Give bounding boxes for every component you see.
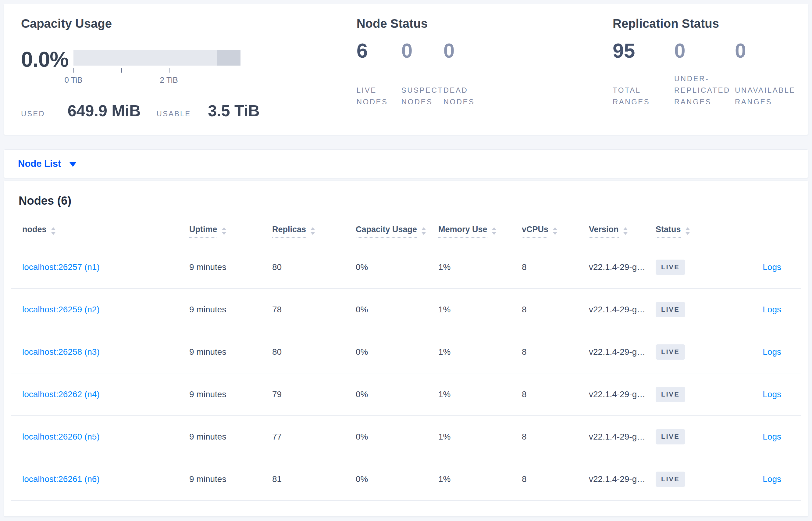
logs-link[interactable]: Logs xyxy=(763,389,781,399)
nodes-table: nodes Uptime Replicas Capacity Usage Mem… xyxy=(11,216,801,501)
column-header-replicas[interactable]: Replicas xyxy=(272,225,356,237)
status-badge: LIVE xyxy=(655,429,685,445)
replicas-cell: 80 xyxy=(272,347,356,357)
version-cell: v22.1.4-29-g… xyxy=(589,305,655,315)
version-cell: v22.1.4-29-g… xyxy=(589,432,655,442)
node-link[interactable]: localhost:26262 (n4) xyxy=(22,389,100,399)
capacity-bar: 0 TiB2 TiB xyxy=(73,50,240,85)
vcpus-cell: 8 xyxy=(522,474,589,484)
memory-use-cell: 1% xyxy=(438,262,522,272)
live-nodes-value: 6 xyxy=(357,41,401,61)
node-link[interactable]: localhost:26259 (n2) xyxy=(22,305,100,314)
column-header-uptime[interactable]: Uptime xyxy=(189,225,272,237)
column-header-status[interactable]: Status xyxy=(655,225,717,237)
uptime-cell: 9 minutes xyxy=(189,389,272,399)
node-link[interactable]: localhost:26260 (n5) xyxy=(22,432,100,441)
live-nodes-stat: 6 LIVE NODES xyxy=(357,41,401,108)
capacity-bar-tick-label: 2 TiB xyxy=(160,75,178,85)
capacity-usage-cell: 0% xyxy=(356,347,438,357)
node-link[interactable]: localhost:26257 (n1) xyxy=(22,262,100,272)
sort-icon[interactable] xyxy=(685,227,690,235)
vcpus-cell: 8 xyxy=(522,262,589,272)
capacity-bar-ticks xyxy=(73,68,240,73)
status-badge: LIVE xyxy=(655,302,685,317)
dead-nodes-label: DEAD NODES xyxy=(444,67,495,108)
memory-use-cell: 1% xyxy=(438,305,522,315)
status-badge: LIVE xyxy=(655,472,685,487)
column-header-nodes[interactable]: nodes xyxy=(22,225,189,237)
sort-icon[interactable] xyxy=(492,227,497,235)
dead-nodes-stat: 0 DEAD NODES xyxy=(444,41,495,108)
view-selector-dropdown[interactable]: Node List xyxy=(18,158,61,169)
node-status-title: Node Status xyxy=(357,16,613,31)
logs-link[interactable]: Logs xyxy=(763,347,781,357)
capacity-usage-panel: Capacity Usage 0.0% 0 TiB2 TiB USED 649.… xyxy=(21,16,357,135)
column-header-vcpus[interactable]: vCPUs xyxy=(522,225,589,237)
under-replicated-ranges-label: UNDER-REPLICATED RANGES xyxy=(674,67,735,108)
logs-link[interactable]: Logs xyxy=(763,262,781,272)
nodes-table-card: Nodes (6) nodes Uptime Replicas Capacity… xyxy=(4,181,808,517)
memory-use-cell: 1% xyxy=(438,474,522,484)
version-cell: v22.1.4-29-g… xyxy=(589,347,655,357)
capacity-usage-cell: 0% xyxy=(356,432,438,442)
replicas-cell: 80 xyxy=(272,262,356,272)
sort-icon[interactable] xyxy=(553,227,557,235)
table-header: nodes Uptime Replicas Capacity Usage Mem… xyxy=(11,216,801,246)
node-link[interactable]: localhost:26258 (n3) xyxy=(22,347,100,357)
sort-icon[interactable] xyxy=(222,227,226,235)
column-header-capacity-usage[interactable]: Capacity Usage xyxy=(356,225,438,237)
replicas-cell: 79 xyxy=(272,389,356,399)
table-body: localhost:26257 (n1) 9 minutes 80 0% 1% … xyxy=(11,246,801,501)
node-link[interactable]: localhost:26261 (n6) xyxy=(22,474,100,484)
sort-icon[interactable] xyxy=(421,227,426,235)
chevron-down-icon[interactable] xyxy=(70,162,76,167)
replicas-cell: 77 xyxy=(272,432,356,442)
capacity-bar-tick xyxy=(169,68,169,73)
suspect-nodes-value: 0 xyxy=(401,41,444,61)
capacity-bar-tick xyxy=(121,68,122,73)
unavailable-ranges-stat: 0 UNAVAILABLE RANGES xyxy=(735,41,808,108)
capacity-bar-reserved-segment xyxy=(217,50,240,66)
version-cell: v22.1.4-29-g… xyxy=(589,262,655,272)
logs-link[interactable]: Logs xyxy=(763,305,781,314)
vcpus-cell: 8 xyxy=(522,389,589,399)
column-header-version[interactable]: Version xyxy=(589,225,655,237)
uptime-cell: 9 minutes xyxy=(189,305,272,315)
replicas-cell: 81 xyxy=(272,474,356,484)
usable-value: 3.5 TiB xyxy=(208,101,260,120)
table-row: localhost:26257 (n1) 9 minutes 80 0% 1% … xyxy=(11,246,801,289)
view-selector-bar: Node List xyxy=(4,150,808,178)
sort-icon[interactable] xyxy=(623,227,628,235)
logs-link[interactable]: Logs xyxy=(763,432,781,441)
used-value: 649.9 MiB xyxy=(68,101,141,120)
total-ranges-label: TOTAL RANGES xyxy=(613,67,674,108)
capacity-usage-title: Capacity Usage xyxy=(21,16,357,31)
dead-nodes-value: 0 xyxy=(444,41,495,61)
capacity-usage-cell: 0% xyxy=(356,474,438,484)
total-ranges-value: 95 xyxy=(613,41,674,61)
table-row: localhost:26260 (n5) 9 minutes 77 0% 1% … xyxy=(11,416,801,458)
capacity-bar-tick xyxy=(73,68,74,73)
table-row: localhost:26261 (n6) 9 minutes 81 0% 1% … xyxy=(11,458,801,501)
column-header-memory-use[interactable]: Memory Use xyxy=(438,225,522,237)
replication-status-panel: Replication Status 95 TOTAL RANGES 0 UND… xyxy=(613,16,808,135)
uptime-cell: 9 minutes xyxy=(189,262,272,272)
capacity-usage-cell: 0% xyxy=(356,262,438,272)
logs-link[interactable]: Logs xyxy=(763,474,781,484)
memory-use-cell: 1% xyxy=(438,389,522,399)
version-cell: v22.1.4-29-g… xyxy=(589,389,655,399)
vcpus-cell: 8 xyxy=(522,305,589,315)
table-row: localhost:26259 (n2) 9 minutes 78 0% 1% … xyxy=(11,289,801,331)
capacity-usage-cell: 0% xyxy=(356,389,438,399)
status-badge: LIVE xyxy=(655,344,685,360)
status-badge: LIVE xyxy=(655,387,685,402)
sort-icon[interactable] xyxy=(51,227,56,235)
sort-icon[interactable] xyxy=(310,227,315,235)
used-label: USED xyxy=(21,110,45,118)
table-row: localhost:26262 (n4) 9 minutes 79 0% 1% … xyxy=(11,373,801,416)
under-replicated-ranges-value: 0 xyxy=(674,41,735,61)
replication-status-title: Replication Status xyxy=(613,16,808,31)
capacity-bar-tick xyxy=(217,68,217,73)
cluster-summary-card: Capacity Usage 0.0% 0 TiB2 TiB USED 649.… xyxy=(4,4,808,135)
node-status-panel: Node Status 6 LIVE NODES 0 SUSPECT NODES… xyxy=(357,16,613,135)
